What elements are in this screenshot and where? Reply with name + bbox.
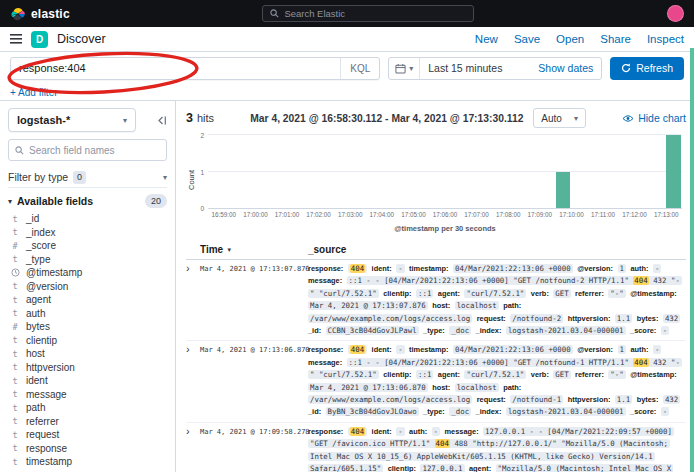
field-label: @version:: [577, 345, 613, 354]
x-tick-label: 17:06:00: [433, 211, 458, 218]
global-search-input[interactable]: [284, 8, 466, 19]
menu-icon[interactable]: [10, 34, 22, 44]
field-item-_score[interactable]: #_score: [8, 239, 167, 253]
query-input[interactable]: [19, 62, 340, 74]
string-field-icon: t: [10, 376, 20, 386]
nav-action-new[interactable]: New: [475, 33, 498, 45]
calendar-dropdown[interactable]: ▾: [389, 58, 420, 79]
field-item-host[interactable]: thost: [8, 347, 167, 361]
field-item-path[interactable]: tpath: [8, 401, 167, 415]
string-field-icon: t: [10, 227, 20, 237]
field-item-@version[interactable]: t@version: [8, 280, 167, 294]
nav-actions: NewSaveOpenShareInspect: [475, 33, 684, 45]
x-axis-label: @timestamp per 30 seconds: [208, 224, 682, 233]
expand-row-icon[interactable]: ›: [186, 426, 200, 472]
highlight-404: 404: [435, 439, 450, 448]
field-label: message:: [308, 358, 342, 367]
nav-action-open[interactable]: Open: [556, 33, 584, 45]
filter-count-badge: 0: [73, 171, 86, 184]
field-value: _doc: [449, 326, 471, 335]
field-item-httpversion[interactable]: thttpversion: [8, 361, 167, 375]
interval-select[interactable]: Auto ▾: [533, 108, 586, 128]
available-fields-header[interactable]: ▾ Available fields 20: [8, 194, 167, 208]
interval-value: Auto: [541, 113, 562, 124]
field-value: 404: [348, 345, 367, 354]
field-value: 404: [348, 264, 367, 273]
field-item-_type[interactable]: t_type: [8, 253, 167, 267]
field-search-input[interactable]: [29, 145, 160, 156]
field-item-timestamp[interactable]: ttimestamp: [8, 455, 167, 469]
field-search-box[interactable]: [8, 139, 167, 161]
field-item-referrer[interactable]: treferrer: [8, 415, 167, 429]
field-item-response[interactable]: tresponse: [8, 442, 167, 456]
space-avatar[interactable]: D: [31, 31, 48, 48]
field-name: httpversion: [26, 362, 75, 373]
histogram-bar[interactable]: [666, 135, 681, 208]
field-label: _type:: [423, 407, 445, 416]
nav-action-save[interactable]: Save: [514, 33, 540, 45]
doc-table-header: Time ▼ _source: [186, 241, 686, 260]
query-language-button[interactable]: KQL: [340, 58, 379, 79]
field-value: /notfound-1: [510, 395, 563, 404]
field-label: verb:: [531, 289, 549, 298]
column-header-time[interactable]: Time ▼: [186, 244, 308, 255]
field-name: message: [26, 389, 67, 400]
field-item-ident[interactable]: tident: [8, 374, 167, 388]
field-value: 1.1: [615, 395, 632, 404]
field-name: request: [26, 429, 59, 440]
field-item-bytes[interactable]: #bytes: [8, 320, 167, 334]
field-label: host:: [432, 383, 450, 392]
field-label: message:: [445, 427, 479, 436]
string-field-icon: t: [10, 308, 20, 318]
field-item-@timestamp[interactable]: @timestamp: [8, 266, 167, 280]
string-field-icon: t: [10, 389, 20, 399]
string-field-icon: t: [10, 254, 20, 264]
field-name: auth: [26, 308, 45, 319]
elastic-logo[interactable]: elastic: [10, 6, 70, 22]
string-field-icon: t: [10, 295, 20, 305]
field-label: auth:: [409, 427, 427, 436]
collapse-sidebar-icon[interactable]: [156, 115, 167, 126]
field-value: localhost: [455, 301, 499, 310]
field-item-request[interactable]: trequest: [8, 428, 167, 442]
field-value: -: [653, 264, 661, 273]
field-value: /var/www/example.com/logs/access.log: [308, 395, 472, 404]
index-pattern-select[interactable]: logstash-* ▾: [8, 108, 136, 132]
global-search[interactable]: [262, 5, 474, 22]
field-label: timestamp:: [409, 345, 448, 354]
field-value: -: [653, 345, 661, 354]
filter-by-type[interactable]: Filter by type 0 ▾: [8, 167, 167, 188]
nav-action-inspect[interactable]: Inspect: [647, 33, 684, 45]
field-value: -: [396, 427, 404, 436]
field-value: CCBN_3cB04dGovJLPawl: [326, 326, 419, 335]
scrollbar[interactable]: [690, 48, 694, 472]
field-value: /var/www/example.com/logs/access.log: [308, 314, 472, 323]
field-item-message[interactable]: tmessage: [8, 388, 167, 402]
user-avatar[interactable]: [667, 5, 684, 22]
field-label: auth:: [630, 345, 648, 354]
query-input-box[interactable]: KQL: [10, 57, 380, 80]
field-label: _id:: [308, 326, 321, 335]
chevron-down-icon: ▾: [123, 116, 127, 125]
field-item-agent[interactable]: tagent: [8, 293, 167, 307]
field-item-_id[interactable]: t_id: [8, 212, 167, 226]
add-filter-button[interactable]: + Add filter: [10, 87, 58, 98]
time-range-value[interactable]: Last 15 minutes: [420, 62, 510, 74]
field-value: GET: [553, 370, 570, 379]
field-item-auth[interactable]: tauth: [8, 307, 167, 321]
field-item-_index[interactable]: t_index: [8, 226, 167, 240]
expand-row-icon[interactable]: ›: [186, 344, 200, 418]
field-value: "curl/7.52.1": [464, 370, 526, 379]
refresh-button[interactable]: Refresh: [610, 57, 684, 80]
field-name: _index: [26, 227, 55, 238]
doc-time: Mar 4, 2021 @ 17:13:06.870: [200, 344, 308, 418]
field-label: _index:: [476, 407, 502, 416]
doc-row: ›Mar 4, 2021 @ 17:13:06.870response: 404…: [186, 341, 686, 422]
page-title: Discover: [57, 32, 106, 46]
expand-row-icon[interactable]: ›: [186, 263, 200, 337]
field-item-clientip[interactable]: tclientip: [8, 334, 167, 348]
show-dates-button[interactable]: Show dates: [530, 62, 601, 74]
hide-chart-button[interactable]: Hide chart: [622, 112, 686, 124]
histogram-bar[interactable]: [556, 172, 571, 209]
nav-action-share[interactable]: Share: [600, 33, 631, 45]
